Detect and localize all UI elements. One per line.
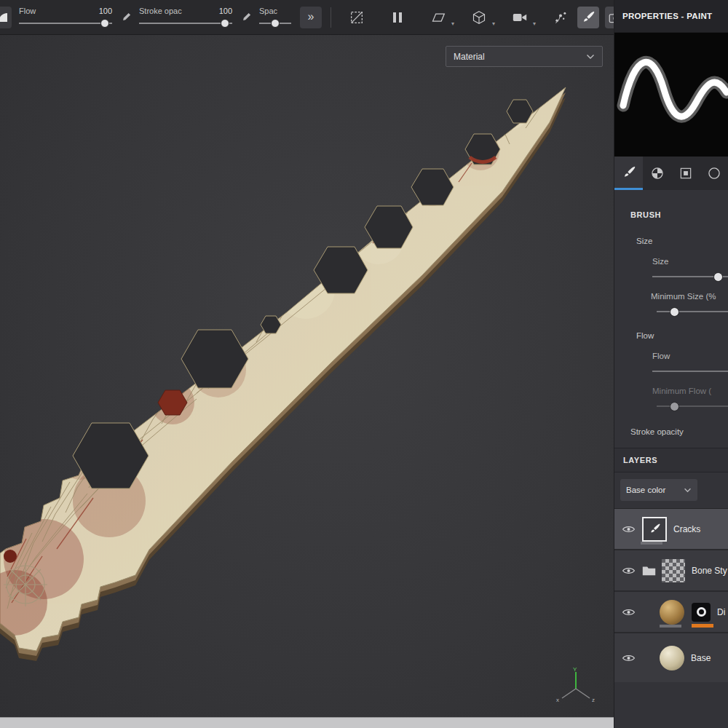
paint-brush-button[interactable] <box>577 7 599 28</box>
brush-tip-icon[interactable] <box>0 7 12 28</box>
axis-gizmo[interactable]: x Y z <box>550 667 601 705</box>
stroke-opacity-value: 100 <box>219 7 232 15</box>
min-size-slider[interactable] <box>657 306 728 317</box>
tab-alpha[interactable] <box>643 157 671 190</box>
size-slider[interactable] <box>652 272 728 282</box>
brush-stroke-preview <box>614 33 728 157</box>
layer-content-indicator <box>660 625 681 628</box>
pressure-pen-icon[interactable] <box>241 12 252 23</box>
size-group-label: Size <box>636 237 728 245</box>
spacing-label: Spac <box>259 7 277 15</box>
layer-name: Base <box>691 653 711 663</box>
mask-indicator-bar <box>692 624 713 628</box>
flow-slider-handle[interactable] <box>100 19 109 28</box>
particles-brush-button[interactable] <box>550 7 571 28</box>
min-flow-slider-handle[interactable] <box>670 402 679 411</box>
pressure-pen-icon[interactable] <box>121 12 132 23</box>
layers-section-header: LAYERS <box>614 448 728 472</box>
top-toolbar: Flow 100 Stroke opac 100 Spac <box>0 0 614 35</box>
layer-content-indicator <box>641 542 662 545</box>
layer-name: Bone Sty <box>692 566 727 576</box>
layer-row-bone-style[interactable]: Bone Sty <box>614 550 728 592</box>
stroke-opacity-slider-handle[interactable] <box>221 19 229 28</box>
flow-slider[interactable] <box>652 366 728 376</box>
flow-group-label: Flow <box>636 331 728 340</box>
mask-circle-icon <box>697 607 706 617</box>
flow-slider-label: Flow <box>652 352 728 360</box>
visibility-eye-icon[interactable] <box>619 654 638 662</box>
visibility-eye-icon[interactable] <box>619 608 638 617</box>
material-sphere-thumbnail[interactable] <box>660 646 684 670</box>
toolbar-divider <box>331 7 331 28</box>
layer-row-cracks[interactable]: Cracks <box>614 509 728 550</box>
panel-header: PROPERTIES - PAINT <box>614 0 728 33</box>
layers-list: Cracks Bone Sty <box>614 508 728 682</box>
axis-x-label: x <box>556 697 559 703</box>
plane-view-button[interactable]: ▾ <box>427 7 449 28</box>
shading-mode-value: Material <box>454 52 586 62</box>
flow-param: Flow 100 <box>19 7 112 28</box>
properties-tabs <box>614 157 728 190</box>
pause-button[interactable] <box>387 7 408 28</box>
min-size-slider-label: Minimum Size (% <box>651 292 728 301</box>
blade-model[interactable] <box>0 35 614 717</box>
checker-sphere-icon <box>650 166 665 181</box>
mask-thumbnail[interactable] <box>692 603 711 622</box>
stroke-opacity-label: Stroke opac <box>139 7 182 15</box>
viewport-scrollbar[interactable] <box>0 717 614 728</box>
app-window: Flow 100 Stroke opac 100 Spac <box>0 0 728 728</box>
paint-layer-thumbnail[interactable] <box>642 517 667 542</box>
circle-icon <box>707 166 721 181</box>
layers-title: LAYERS <box>623 456 657 464</box>
size-slider-label: Size <box>652 257 728 266</box>
symmetry-off-button[interactable] <box>346 7 368 28</box>
folder-icon <box>642 565 656 577</box>
tab-material[interactable] <box>700 157 728 190</box>
spacing-slider[interactable] <box>259 19 291 28</box>
layer-row-base[interactable]: Base <box>614 633 728 682</box>
properties-panel: PROPERTIES - PAINT <box>614 0 728 728</box>
spacing-slider-handle[interactable] <box>271 19 280 28</box>
layer-row-di[interactable]: Di <box>614 592 728 633</box>
camera-view-button[interactable]: ▾ <box>509 7 531 28</box>
axis-z-label: z <box>592 697 595 703</box>
layer-name: Di <box>717 607 725 617</box>
min-flow-slider[interactable] <box>657 401 728 411</box>
flow-value: 100 <box>99 7 112 15</box>
viewport-3d[interactable]: Material x Y z <box>0 35 614 728</box>
channel-dropdown-value: Base color <box>626 486 684 494</box>
size-slider-handle[interactable] <box>713 272 723 282</box>
channel-dropdown[interactable]: Base color <box>620 479 697 501</box>
tab-stencil[interactable] <box>671 157 700 190</box>
toolbar-overflow-button[interactable]: » <box>300 7 322 28</box>
visibility-eye-icon[interactable] <box>619 525 638 534</box>
min-size-slider-handle[interactable] <box>670 307 679 317</box>
brush-icon <box>622 165 636 180</box>
flow-label: Flow <box>19 7 36 15</box>
flow-slider[interactable] <box>19 19 112 28</box>
shading-mode-dropdown[interactable]: Material <box>446 46 603 67</box>
chevron-down-icon <box>586 54 595 60</box>
group-thumbnail[interactable] <box>662 559 685 582</box>
stroke-opacity-param: Stroke opac 100 <box>139 7 232 28</box>
panel-title: PROPERTIES - PAINT <box>622 12 712 20</box>
spacing-param: Spac <box>259 7 291 28</box>
stroke-opacity-slider[interactable] <box>139 19 232 28</box>
chevron-down-icon <box>684 488 692 493</box>
axis-y-label: Y <box>573 667 577 673</box>
visibility-eye-icon[interactable] <box>619 566 638 575</box>
brush-icon <box>649 523 661 535</box>
material-sphere-thumbnail[interactable] <box>660 600 684 625</box>
tab-brush[interactable] <box>614 157 643 190</box>
layer-name: Cracks <box>673 524 700 534</box>
stroke-opacity-section-label: Stroke opacity <box>630 427 728 436</box>
brush-settings: BRUSH Size Size Minimum Size (% Flow Flo… <box>614 210 728 436</box>
square-fill-icon <box>678 166 693 181</box>
min-flow-slider-label: Minimum Flow ( <box>652 387 728 395</box>
brush-section-title: BRUSH <box>630 210 728 219</box>
cube-view-button[interactable]: ▾ <box>468 7 490 28</box>
